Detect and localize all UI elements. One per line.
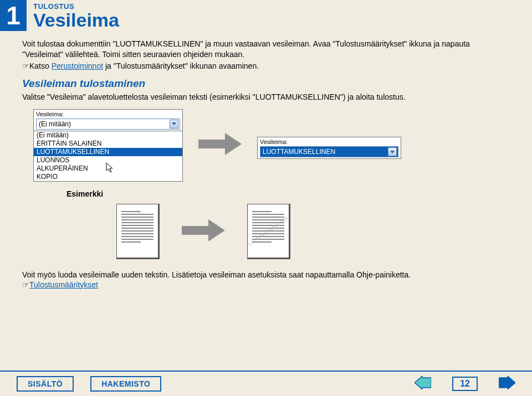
- dropdown-option[interactable]: (Ei mitään): [34, 131, 182, 140]
- intro-paragraph: Voit tulostaa dokumenttiin "LUOTTAMUKSEL…: [22, 39, 510, 60]
- page-header: 1 TULOSTUS Vesileima: [0, 0, 532, 31]
- prev-page-icon[interactable]: [415, 376, 431, 392]
- dropdown-selected[interactable]: LUOTTAMUKSELLINEN: [260, 146, 398, 157]
- pointing-hand-icon: ☞: [22, 281, 29, 289]
- page-number: 12: [452, 377, 478, 391]
- dropdown-list: (Ei mitään) ERITTÄIN SALAINEN LUOTTAMUKS…: [34, 131, 182, 181]
- see-also-suffix: ja "Tulostusmääritykset" ikkunan avaamin…: [103, 61, 259, 70]
- subheading: Vesileiman tulostaminen: [22, 78, 510, 90]
- dropdown-option[interactable]: KOPIO: [34, 173, 182, 181]
- footnote-paragraph: Voit myös luoda vesileimalle uuden tekst…: [22, 270, 532, 279]
- link-perustoiminnot[interactable]: Perustoiminnot: [52, 61, 103, 70]
- index-button[interactable]: HAKEMISTO: [90, 376, 161, 392]
- arrow-right-icon: [198, 132, 242, 158]
- contents-button[interactable]: SISÄLTÖ: [17, 376, 74, 392]
- dropdown-label: Vesileima:: [258, 137, 401, 145]
- header-text: TULOSTUS Vesileima: [33, 0, 119, 29]
- example-row: LUOTTAMUKSELLINEN: [116, 204, 532, 259]
- section-body: Valitse "Vesileima" alavetoluettelosta v…: [22, 92, 510, 102]
- next-page-icon[interactable]: [499, 376, 515, 392]
- example-label: Esimerkki: [66, 189, 532, 198]
- page-footer: SISÄLTÖ HAKEMISTO 12: [0, 371, 532, 396]
- document-thumb-plain: [116, 204, 160, 259]
- see-also-prefix: Katso: [29, 61, 52, 70]
- dropdown-option-selected[interactable]: LUOTTAMUKSELLINEN: [34, 148, 182, 156]
- dropdown-selected[interactable]: (Ei mitään): [36, 119, 180, 130]
- dropdown-result-text: LUOTTAMUKSELLINEN: [263, 148, 335, 156]
- see-also-line: ☞Katso Perustoiminnot ja "Tulostusmäärit…: [22, 61, 510, 72]
- link-tulostusmaaritykset[interactable]: Tulostusmääritykset: [29, 280, 98, 289]
- watermark-dropdown-open: Vesileima: (Ei mitään) (Ei mitään) ERITT…: [33, 109, 183, 182]
- dropdown-label: Vesileima:: [34, 110, 182, 117]
- body-content: Voit tulostaa dokumenttiin "LUOTTAMUKSEL…: [0, 31, 532, 102]
- page-title: Vesileima: [33, 11, 119, 29]
- footnote-link-line: ☞Tulostusmääritykset: [22, 280, 532, 290]
- pointing-hand-icon: ☞: [22, 62, 29, 70]
- chapter-number: 1: [0, 0, 27, 31]
- dropdown-selected-text: (Ei mitään): [39, 120, 71, 128]
- arrow-right-icon: [182, 218, 225, 245]
- watermark-dropdown-result: Vesileima: LUOTTAMUKSELLINEN: [257, 137, 401, 159]
- dropdown-illustration: Vesileima: (Ei mitään) (Ei mitään) ERITT…: [33, 109, 532, 182]
- chevron-down-icon[interactable]: [388, 147, 397, 156]
- dropdown-option[interactable]: ERITTÄIN SALAINEN: [34, 140, 182, 148]
- document-thumb-watermark: LUOTTAMUKSELLINEN: [247, 204, 290, 259]
- chevron-down-icon[interactable]: [170, 120, 178, 128]
